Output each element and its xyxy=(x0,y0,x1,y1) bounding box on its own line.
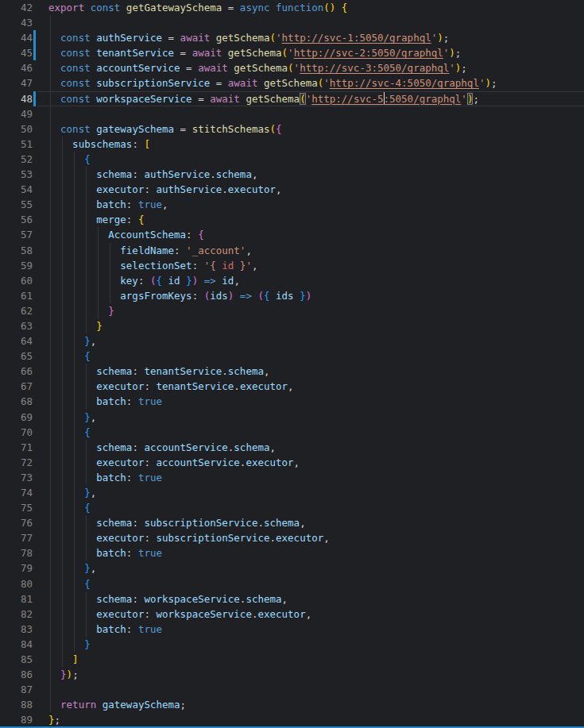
line-number[interactable]: 72 xyxy=(0,455,33,470)
code-line[interactable]: 69 }, xyxy=(0,410,584,425)
line-number[interactable]: 84 xyxy=(0,637,33,652)
line-number[interactable]: 49 xyxy=(0,106,33,121)
line-number[interactable]: 61 xyxy=(0,288,33,303)
code-line[interactable]: 83 batch: true xyxy=(0,622,584,637)
code-line[interactable]: 48 const workspaceService = await getSch… xyxy=(0,91,584,106)
code-line[interactable]: 76 schema: subscriptionService.schema, xyxy=(0,515,584,530)
line-number[interactable]: 57 xyxy=(0,227,33,242)
code-line[interactable]: 75 { xyxy=(0,500,584,515)
code-line[interactable]: 50 const gatewaySchema = stitchSchemas({ xyxy=(0,121,584,137)
line-number[interactable]: 55 xyxy=(0,197,33,212)
code-line[interactable]: 70 { xyxy=(0,425,584,440)
line-number[interactable]: 62 xyxy=(0,303,33,318)
code-line[interactable]: 47 const subscriptionService = await get… xyxy=(0,75,584,91)
code-line[interactable]: 65 { xyxy=(0,349,584,364)
code-line[interactable]: 49 xyxy=(0,106,584,121)
code-line[interactable]: 54 executor: authService.executor, xyxy=(0,182,584,197)
line-number[interactable]: 77 xyxy=(0,530,33,545)
code-line[interactable]: 80 { xyxy=(0,576,584,591)
line-number[interactable]: 82 xyxy=(0,607,33,622)
code-line[interactable]: 87 xyxy=(0,682,584,697)
code-line[interactable]: 74 }, xyxy=(0,485,584,500)
line-number[interactable]: 86 xyxy=(0,667,33,682)
line-number[interactable]: 56 xyxy=(0,212,33,227)
line-number[interactable]: 73 xyxy=(0,470,33,485)
code-line[interactable]: 44 const authService = await getSchema('… xyxy=(0,30,584,45)
line-number[interactable]: 87 xyxy=(0,682,33,697)
line-number[interactable]: 54 xyxy=(0,182,33,197)
code-line[interactable]: 46 const accountService = await getSchem… xyxy=(0,60,584,75)
code-line[interactable]: 43 xyxy=(0,15,584,30)
code-line[interactable]: 78 batch: true xyxy=(0,545,584,560)
code-line[interactable]: 57 AccountSchema: { xyxy=(0,227,584,242)
code-line[interactable]: 58 fieldName: '_account', xyxy=(0,243,584,258)
code-line[interactable]: 60 key: ({ id }) => id, xyxy=(0,273,584,288)
line-number[interactable]: 64 xyxy=(0,333,33,349)
code-line[interactable]: 82 executor: workspaceService.executor, xyxy=(0,607,584,622)
code-line[interactable]: 85 ] xyxy=(0,652,584,667)
code-line[interactable]: 61 argsFromKeys: (ids) => ({ ids }) xyxy=(0,288,584,303)
code-line[interactable]: 56 merge: { xyxy=(0,212,584,227)
line-number[interactable]: 66 xyxy=(0,364,33,379)
code-line[interactable]: 67 executor: tenantService.executor, xyxy=(0,379,584,394)
code-line[interactable]: 89}; xyxy=(0,712,584,727)
code-line[interactable]: 79 }, xyxy=(0,560,584,576)
line-number[interactable]: 44 xyxy=(0,30,33,45)
code-line[interactable]: 52 { xyxy=(0,152,584,167)
line-number[interactable]: 65 xyxy=(0,349,33,364)
code-line[interactable]: 51 subschemas: [ xyxy=(0,137,584,152)
line-number[interactable]: 71 xyxy=(0,440,33,455)
line-number[interactable]: 50 xyxy=(0,121,33,137)
line-number[interactable]: 83 xyxy=(0,622,33,637)
code-line[interactable]: 68 batch: true xyxy=(0,394,584,409)
code-token xyxy=(48,532,96,544)
code-line[interactable]: 59 selectionSet: '{ id }', xyxy=(0,258,584,273)
line-number[interactable]: 52 xyxy=(0,152,33,167)
line-number[interactable]: 46 xyxy=(0,60,33,75)
line-number[interactable]: 89 xyxy=(0,712,33,727)
code-line[interactable]: 88 return gatewaySchema; xyxy=(0,697,584,712)
line-number[interactable]: 76 xyxy=(0,515,33,530)
code-line[interactable]: 64 }, xyxy=(0,333,584,349)
line-number[interactable]: 81 xyxy=(0,591,33,607)
code-line[interactable]: 77 executor: subscriptionService.executo… xyxy=(0,530,584,545)
line-number[interactable]: 63 xyxy=(0,318,33,333)
code-line[interactable]: 86 }); xyxy=(0,667,584,682)
line-number[interactable]: 42 xyxy=(0,0,33,15)
line-number[interactable]: 51 xyxy=(0,137,33,152)
code-line[interactable]: 66 schema: tenantService.schema, xyxy=(0,364,584,379)
code-line[interactable]: 84 } xyxy=(0,637,584,652)
line-number[interactable]: 67 xyxy=(0,379,33,394)
line-number[interactable]: 74 xyxy=(0,485,33,500)
line-number[interactable]: 47 xyxy=(0,75,33,91)
line-number[interactable]: 88 xyxy=(0,697,33,712)
code-line[interactable]: 72 executor: accountService.executor, xyxy=(0,455,584,470)
code-token: const xyxy=(60,93,91,105)
code-line[interactable]: 73 batch: true xyxy=(0,470,584,485)
code-line[interactable]: 53 schema: authService.schema, xyxy=(0,167,584,182)
line-number[interactable]: 45 xyxy=(0,45,33,60)
line-number[interactable]: 78 xyxy=(0,545,33,560)
line-number[interactable]: 69 xyxy=(0,410,33,425)
code-line[interactable]: 81 schema: workspaceService.schema, xyxy=(0,591,584,607)
code-line[interactable]: 71 schema: accountService.schema, xyxy=(0,440,584,455)
line-number[interactable]: 60 xyxy=(0,273,33,288)
code-line[interactable]: 42export const getGatewaySchema = async … xyxy=(0,0,584,15)
code-line[interactable]: 55 batch: true, xyxy=(0,197,584,212)
line-number[interactable]: 53 xyxy=(0,167,33,182)
code-token: ' xyxy=(288,47,294,59)
line-number[interactable]: 80 xyxy=(0,576,33,591)
line-number[interactable]: 75 xyxy=(0,500,33,515)
code-line[interactable]: 62 } xyxy=(0,303,584,318)
line-number[interactable]: 79 xyxy=(0,560,33,576)
line-number[interactable]: 58 xyxy=(0,243,33,258)
line-number[interactable]: 43 xyxy=(0,15,33,30)
line-number[interactable]: 70 xyxy=(0,425,33,440)
line-number[interactable]: 48 xyxy=(0,91,33,106)
code-line[interactable]: 45 const tenantService = await getSchema… xyxy=(0,45,584,60)
line-number[interactable]: 59 xyxy=(0,258,33,273)
line-number[interactable]: 85 xyxy=(0,652,33,667)
code-line[interactable]: 63 } xyxy=(0,318,584,333)
code-editor[interactable]: 42export const getGatewaySchema = async … xyxy=(0,0,584,728)
line-number[interactable]: 68 xyxy=(0,394,33,409)
